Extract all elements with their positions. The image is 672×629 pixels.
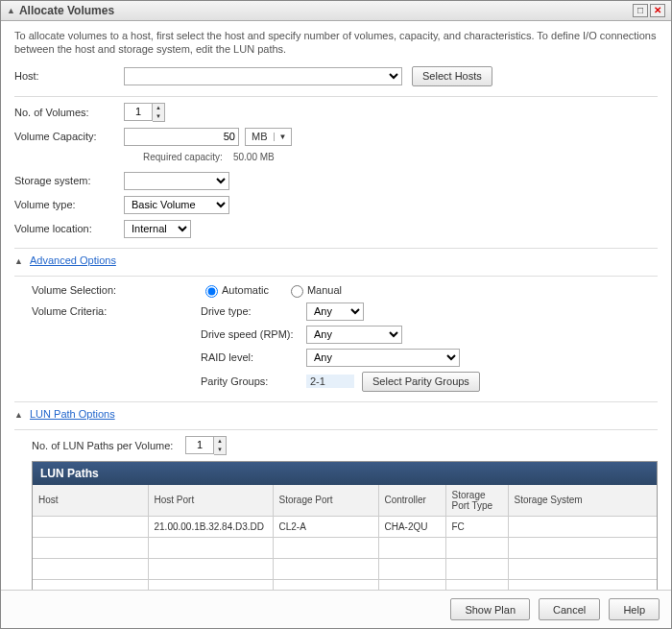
raid-level-select[interactable]: Any	[306, 349, 460, 367]
col-host: Host	[33, 485, 148, 517]
table-cell: CHA-2QU	[378, 516, 445, 537]
description-text: To allocate volumes to a host, first sel…	[14, 29, 658, 57]
table-cell	[508, 516, 657, 537]
window-title: Allocate Volumes	[19, 4, 631, 17]
required-capacity-label: Required capacity:	[143, 152, 223, 162]
col-storage-system: Storage System	[508, 485, 657, 517]
table-cell	[148, 579, 273, 590]
table-cell	[378, 537, 445, 558]
lun-paths-down-icon[interactable]: ▼	[214, 446, 226, 454]
drive-speed-select[interactable]: Any	[306, 326, 402, 344]
allocate-volumes-dialog: ▲ Allocate Volumes □ ✕ To allocate volum…	[0, 0, 672, 629]
table-cell	[508, 558, 657, 579]
lun-path-options-toggle[interactable]: LUN Path Options	[30, 408, 115, 420]
capacity-unit-value: MB	[246, 131, 274, 142]
host-label: Host:	[14, 70, 124, 82]
collapse-icon[interactable]: ▲	[14, 410, 23, 420]
col-storage-port-type: Storage Port Type	[445, 485, 508, 517]
help-button[interactable]: Help	[609, 598, 660, 620]
volume-capacity-label: Volume Capacity:	[14, 131, 124, 142]
num-volumes-down-icon[interactable]: ▼	[153, 112, 164, 121]
table-cell	[33, 516, 148, 537]
num-volumes-input[interactable]	[124, 103, 153, 121]
lun-paths-title: LUN Paths	[33, 462, 657, 485]
table-cell	[273, 537, 378, 558]
cancel-button[interactable]: Cancel	[539, 598, 600, 620]
table-cell	[508, 537, 657, 558]
parity-groups-value: 2-1	[306, 375, 354, 388]
volume-capacity-input[interactable]	[124, 128, 239, 146]
storage-system-label: Storage system:	[14, 175, 124, 186]
volume-selection-label: Volume Selection:	[32, 284, 201, 296]
table-cell: CL2-A	[273, 516, 378, 537]
table-cell	[508, 579, 657, 590]
content-area: To allocate volumes to a host, first sel…	[1, 21, 671, 590]
volume-type-label: Volume type:	[14, 199, 124, 210]
volume-location-select[interactable]: Internal	[124, 220, 191, 238]
show-plan-button[interactable]: Show Plan	[450, 598, 530, 620]
button-bar: Show Plan Cancel Help	[1, 590, 671, 628]
chevron-down-icon[interactable]: ▼	[274, 133, 292, 141]
col-host-port: Host Port	[148, 485, 273, 517]
select-hosts-button[interactable]: Select Hosts	[412, 66, 492, 86]
table-cell	[273, 579, 378, 590]
automatic-radio[interactable]: Automatic	[201, 282, 269, 298]
table-row[interactable]: 21.00.00.1B.32.84.D3.DDCL2-ACHA-2QUFC	[33, 516, 657, 537]
table-row[interactable]	[33, 537, 657, 558]
table-cell	[33, 579, 148, 590]
num-volumes-label: No. of Volumes:	[14, 107, 124, 118]
num-lun-paths-input[interactable]	[185, 436, 214, 454]
collapse-icon[interactable]: ▲	[7, 6, 15, 15]
manual-radio[interactable]: Manual	[286, 282, 342, 298]
drive-speed-label: Drive speed (RPM):	[201, 328, 306, 340]
lun-paths-table: LUN Paths Host Host Port Storage Port Co…	[32, 461, 658, 590]
table-cell: 21.00.00.1B.32.84.D3.DD	[148, 516, 273, 537]
collapse-icon[interactable]: ▲	[14, 256, 23, 266]
col-storage-port: Storage Port	[273, 485, 378, 517]
num-volumes-up-icon[interactable]: ▲	[153, 104, 164, 112]
table-cell	[378, 579, 445, 590]
maximize-button[interactable]: □	[633, 4, 648, 17]
parity-groups-label: Parity Groups:	[201, 375, 306, 387]
host-select[interactable]	[124, 67, 402, 85]
volume-type-select[interactable]: Basic Volume	[124, 196, 229, 214]
table-cell: FC	[445, 516, 508, 537]
raid-level-label: RAID level:	[201, 351, 306, 363]
table-cell	[378, 558, 445, 579]
num-lun-paths-label: No. of LUN Paths per Volume:	[32, 440, 185, 451]
volume-location-label: Volume location:	[14, 223, 124, 234]
lun-paths-up-icon[interactable]: ▲	[214, 437, 226, 446]
table-cell	[445, 537, 508, 558]
table-cell	[33, 537, 148, 558]
table-cell	[445, 558, 508, 579]
table-cell	[445, 579, 508, 590]
close-button[interactable]: ✕	[650, 4, 665, 17]
required-capacity-value: 50.00 MB	[233, 152, 275, 162]
storage-system-select[interactable]	[124, 172, 229, 190]
table-cell	[148, 537, 273, 558]
table-row[interactable]	[33, 579, 657, 590]
select-parity-groups-button[interactable]: Select Parity Groups	[362, 372, 480, 392]
table-cell	[148, 558, 273, 579]
advanced-options-toggle[interactable]: Advanced Options	[30, 254, 116, 266]
titlebar: ▲ Allocate Volumes □ ✕	[1, 1, 671, 21]
drive-type-select[interactable]: Any	[306, 302, 364, 321]
table-row[interactable]	[33, 558, 657, 579]
table-cell	[273, 558, 378, 579]
drive-type-label: Drive type:	[201, 305, 306, 317]
capacity-unit-select[interactable]: MB ▼	[245, 128, 292, 146]
col-controller: Controller	[378, 485, 445, 517]
volume-criteria-label: Volume Criteria:	[32, 305, 201, 317]
table-cell	[33, 558, 148, 579]
